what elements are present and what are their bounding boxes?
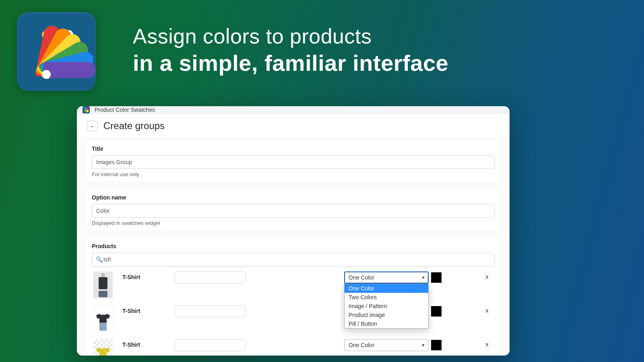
back-button[interactable]: ←: [87, 121, 98, 131]
product-value-input[interactable]: [175, 339, 246, 351]
option-name-label: Option name: [92, 194, 495, 201]
product-thumb[interactable]: [93, 339, 113, 356]
product-row: T-Shirt One Color ▼ x: [92, 335, 495, 356]
dropdown-option[interactable]: Two Colors: [345, 293, 428, 302]
products-search-input[interactable]: [92, 253, 495, 266]
fan-pin: [42, 70, 51, 79]
select-value: One Color: [349, 274, 374, 281]
title-input[interactable]: [92, 155, 495, 169]
chevron-down-icon: ▼: [421, 343, 425, 348]
product-name: T-Shirt: [122, 305, 175, 314]
swatch-type-select[interactable]: One Color ▼ One Color Two Colors Image /…: [344, 272, 429, 284]
products-label: Products: [92, 243, 495, 249]
hero-headline: Assign colors to products in a simple, f…: [133, 24, 620, 76]
arrow-left-icon: ←: [90, 123, 96, 130]
swatch-type-select[interactable]: One Color ▼: [344, 339, 429, 351]
app-mini-icon: [83, 106, 90, 113]
option-name-input[interactable]: [92, 204, 495, 218]
color-swatch[interactable]: [431, 272, 442, 283]
option-name-hint: Displayed in swatches widget: [92, 220, 495, 226]
color-swatch[interactable]: [431, 306, 442, 317]
remove-row-button[interactable]: x: [485, 339, 489, 348]
app-icon: [17, 12, 96, 91]
dropdown-option[interactable]: Pill / Button: [345, 319, 428, 328]
color-swatch[interactable]: [431, 340, 442, 350]
chevron-down-icon: ▼: [421, 275, 425, 280]
page-header: ← Create groups: [77, 114, 510, 137]
window-body: ← Create groups Title For internal use o…: [77, 114, 510, 356]
dropdown-option[interactable]: Product image: [345, 311, 428, 319]
product-row: T-Shirt One Color ▼ x: [92, 301, 495, 335]
product-thumb[interactable]: [93, 305, 113, 332]
hero-line2: in a simple, familiar interface: [133, 50, 620, 76]
remove-row-button[interactable]: x: [485, 272, 489, 280]
title-hint: For internal use only: [92, 171, 495, 177]
swatch-type-dropdown[interactable]: One Color Two Colors Image / Pattern Pro…: [344, 284, 429, 329]
page-title: Create groups: [103, 120, 165, 132]
window-titlebar: Product Color Swatches: [77, 106, 510, 114]
remove-row-button[interactable]: x: [485, 305, 489, 314]
option-name-card: Option name Displayed in swatches widget: [85, 188, 502, 231]
product-name: T-Shirt: [122, 339, 175, 348]
dropdown-option[interactable]: One Color: [345, 284, 428, 293]
products-table: T-Shirt One Color ▼ One Color Two Colors…: [92, 267, 495, 356]
app-window: Product Color Swatches ← Create groups T…: [77, 106, 510, 356]
hero-line1: Assign colors to products: [133, 24, 620, 48]
product-value-input[interactable]: [175, 272, 246, 284]
select-value: One Color: [349, 342, 374, 348]
product-name: T-Shirt: [122, 272, 175, 280]
products-card: Products 🔍 T-Shirt One Color: [85, 237, 502, 356]
dropdown-option[interactable]: Image / Pattern: [345, 302, 428, 311]
product-row: T-Shirt One Color ▼ One Color Two Colors…: [92, 267, 495, 301]
title-card: Title For internal use only: [85, 140, 502, 183]
title-label: Title: [92, 146, 495, 152]
product-value-input[interactable]: [175, 305, 246, 317]
product-thumb[interactable]: [93, 272, 113, 298]
window-title: Product Color Swatches: [95, 107, 155, 113]
